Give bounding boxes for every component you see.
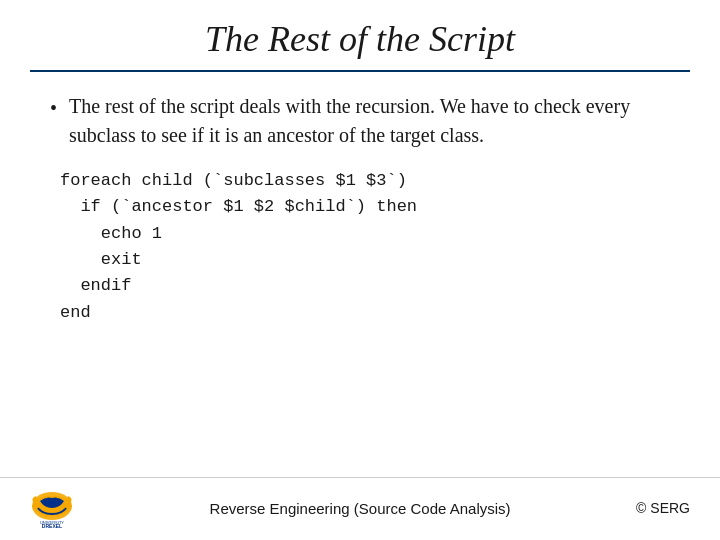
code-block: foreach child (`subclasses $1 $3`) if (`… [50,168,670,326]
bullet-item: • The rest of the script deals with the … [50,92,670,150]
svg-text:UNIVERSITY: UNIVERSITY [40,520,64,525]
slide: The Rest of the Script • The rest of the… [0,0,720,540]
bullet-icon: • [50,94,57,122]
bullet-text: The rest of the script deals with the re… [69,92,670,150]
title-area: The Rest of the Script [0,0,720,70]
footer-right-text: © SERG [636,500,690,516]
footer-center-text: Reverse Engineering (Source Code Analysi… [210,500,511,517]
footer: DREXEL UNIVERSITY Reverse Engineering (S… [0,477,720,540]
slide-title: The Rest of the Script [40,18,680,60]
content-area: • The rest of the script deals with the … [0,72,720,477]
drexel-logo-area: DREXEL UNIVERSITY [20,486,84,530]
drexel-logo-icon: DREXEL UNIVERSITY [20,486,84,530]
